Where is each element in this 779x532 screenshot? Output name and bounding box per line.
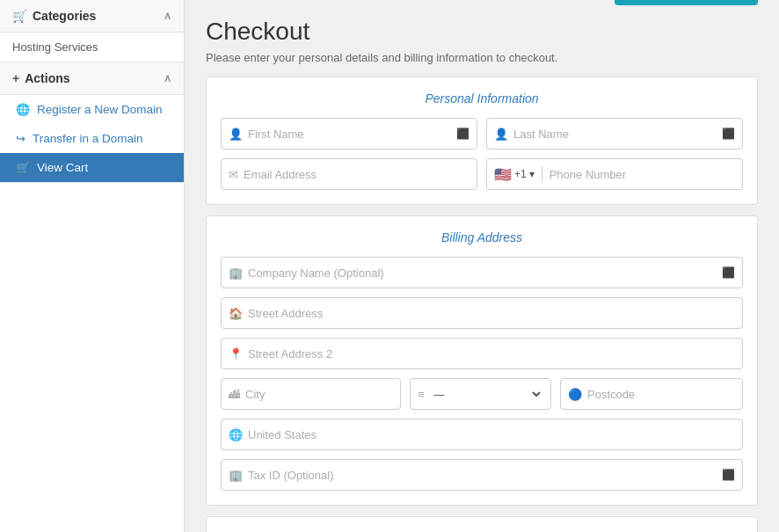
tax-group: 🏢 ⬛ [221, 459, 743, 491]
person-icon: 👤 [229, 128, 243, 141]
personal-info-section: Personal Information 👤 ⬛ 👤 ⬛ [206, 77, 758, 205]
sidebar-actions-label: Actions [25, 71, 69, 85]
company-input[interactable] [248, 266, 718, 280]
street2-group: 📍 [221, 338, 743, 369]
globe-icon: 🌐 [16, 103, 30, 116]
phone-group: 🇺🇸 +1 ▾ [486, 158, 743, 190]
last-name-group: 👤 ⬛ [486, 118, 743, 149]
categories-chevron: ∧ [164, 10, 171, 22]
register-domain-label: Register a New Domain [37, 103, 163, 116]
first-name-input[interactable] [248, 128, 453, 141]
phone-country-code: +1 [514, 168, 527, 180]
billing-address-section: Billing Address 🏢 ⬛ 🏠 📍 [206, 215, 758, 506]
state-select[interactable]: — [430, 387, 543, 402]
email-wrapper: ✉ [221, 158, 477, 190]
phone-input[interactable] [550, 168, 735, 181]
street2-row: 📍 [221, 338, 743, 369]
location-icon: 📍 [229, 347, 243, 361]
sidebar-item-view-cart[interactable]: 🛒 View Cart [0, 153, 184, 182]
first-name-wrapper: 👤 ⬛ [221, 118, 477, 149]
tax-icon: 🏢 [229, 469, 243, 482]
phone-dropdown-arrow: ▾ [529, 168, 535, 180]
last-name-right-icon: ⬛ [722, 128, 735, 140]
last-name-input[interactable] [513, 128, 718, 141]
sidebar-item-transfer-domain[interactable]: ↪ Transfer in a Domain [0, 124, 184, 153]
building-icon: 🏢 [229, 266, 243, 280]
phone-wrapper: 🇺🇸 +1 ▾ [486, 158, 743, 190]
sidebar-categories-header[interactable]: 🛒 Categories ∧ [0, 0, 184, 33]
state-group: ≡ — [410, 378, 551, 410]
sidebar-hosting-services: Hosting Services [0, 33, 184, 62]
city-state-row: 🏙 ≡ — 🔵 [221, 378, 743, 410]
transfer-icon: ↪ [16, 132, 25, 145]
already-registered-button[interactable]: Already Registered? [615, 0, 758, 5]
email-input[interactable] [244, 168, 470, 181]
tax-input[interactable] [248, 469, 718, 482]
company-group: 🏢 ⬛ [221, 257, 743, 288]
street1-input[interactable] [248, 307, 735, 320]
state-icon: ≡ [418, 388, 425, 401]
sidebar-categories-label: Categories [33, 9, 96, 23]
tax-row: 🏢 ⬛ [221, 459, 743, 491]
country-input[interactable] [248, 428, 735, 441]
street1-row: 🏠 [221, 297, 743, 329]
postcode-wrapper: 🔵 [560, 378, 743, 410]
actions-chevron: ∧ [164, 72, 171, 84]
country-group: 🌐 [221, 419, 743, 450]
personal-info-heading: Personal Information [221, 91, 743, 106]
phone-prefix[interactable]: 🇺🇸 +1 ▾ [494, 166, 542, 183]
tax-wrapper: 🏢 ⬛ [221, 459, 743, 491]
sidebar: 🛒 Categories ∧ Hosting Services + Action… [0, 0, 185, 532]
country-wrapper: 🌐 [221, 419, 743, 450]
plus-icon: + [12, 71, 19, 85]
cart-icon: 🛒 [12, 9, 27, 23]
street2-wrapper: 📍 [221, 338, 743, 369]
first-name-group: 👤 ⬛ [221, 118, 477, 149]
tax-right-icon: ⬛ [722, 469, 735, 481]
city-input[interactable] [245, 388, 393, 401]
contact-row: ✉ 🇺🇸 +1 ▾ [221, 158, 743, 190]
page-title: Checkout [206, 18, 758, 46]
street1-group: 🏠 [221, 297, 743, 329]
cart-icon-active: 🛒 [16, 161, 30, 174]
postcode-icon: 🔵 [568, 388, 582, 401]
postcode-group: 🔵 [560, 378, 743, 410]
email-group: ✉ [221, 158, 477, 190]
company-row: 🏢 ⬛ [221, 257, 743, 288]
street1-wrapper: 🏠 [221, 297, 743, 329]
last-name-wrapper: 👤 ⬛ [486, 118, 743, 149]
billing-address-heading: Billing Address [221, 230, 743, 244]
company-wrapper: 🏢 ⬛ [221, 257, 743, 288]
street2-input[interactable] [248, 347, 735, 361]
globe-icon-billing: 🌐 [229, 428, 243, 441]
state-wrapper: ≡ — [410, 378, 551, 410]
city-icon: 🏙 [229, 388, 240, 401]
sidebar-categories-section: 🛒 Categories ∧ Hosting Services [0, 0, 184, 62]
city-wrapper: 🏙 [221, 378, 401, 410]
street-icon: 🏠 [229, 307, 243, 320]
view-cart-label: View Cart [37, 161, 88, 174]
flag-icon: 🇺🇸 [494, 166, 512, 183]
country-row: 🌐 [221, 419, 743, 450]
sidebar-item-register-domain[interactable]: 🌐 Register a New Domain [0, 95, 184, 124]
company-right-icon: ⬛ [722, 266, 735, 279]
first-name-right-icon: ⬛ [456, 128, 470, 140]
city-group: 🏙 [221, 378, 401, 410]
email-icon: ✉ [229, 168, 238, 181]
sidebar-actions-section: + Actions ∧ 🌐 Register a New Domain ↪ Tr… [0, 62, 184, 183]
person-icon-2: 👤 [494, 128, 508, 141]
sidebar-actions-header[interactable]: + Actions ∧ [0, 62, 184, 95]
name-row: 👤 ⬛ 👤 ⬛ [221, 118, 743, 149]
transfer-domain-label: Transfer in a Domain [33, 132, 143, 145]
account-security-section: Account Security 🔒 ⬛ 🔒 ⬛ Generate Passwo… [206, 516, 758, 532]
main-content: Already Registered? Checkout Please ente… [185, 0, 779, 532]
page-subtitle: Please enter your personal details and b… [206, 51, 758, 64]
postcode-input[interactable] [587, 388, 735, 401]
